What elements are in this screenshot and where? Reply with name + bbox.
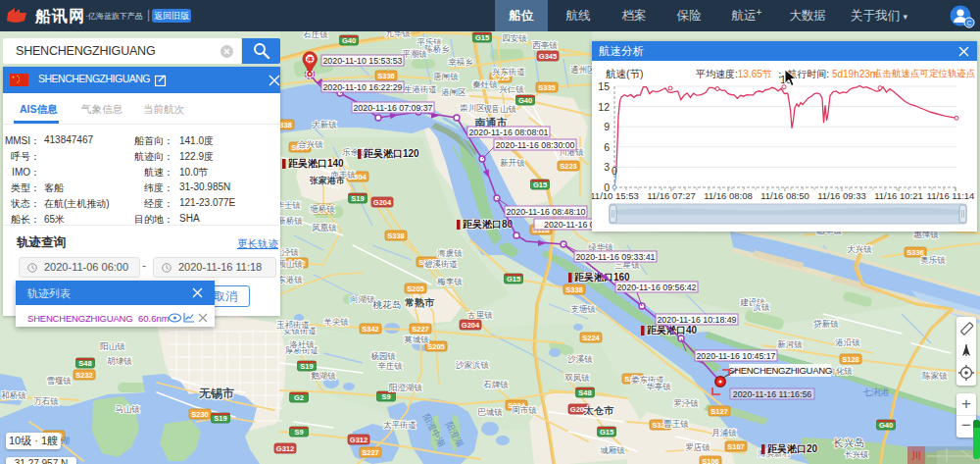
- svg-text:S128: S128: [842, 355, 859, 364]
- svg-text:2020-11-16 07:09:37: 2020-11-16 07:09:37: [353, 103, 432, 113]
- svg-text:G15: G15: [600, 428, 613, 437]
- svg-text:6: 6: [604, 141, 610, 153]
- svg-text:周市镇: 周市镇: [512, 405, 537, 415]
- svg-text:大新镇: 大新镇: [312, 120, 337, 129]
- svg-text:S9: S9: [294, 428, 303, 437]
- svg-text:玉祁街道: 玉祁街道: [276, 320, 310, 330]
- svg-text:11/16 08:08: 11/16 08:08: [704, 190, 752, 201]
- svg-text:阳澄湖镇: 阳澄湖镇: [389, 383, 423, 392]
- svg-text:S335: S335: [538, 83, 556, 92]
- svg-text:月浦镇: 月浦镇: [711, 428, 737, 438]
- svg-text:G40: G40: [879, 421, 893, 430]
- svg-text:凤凰镇: 凤凰镇: [312, 223, 337, 232]
- svg-text:G15: G15: [533, 180, 547, 189]
- svg-text:停: 停: [306, 56, 314, 64]
- svg-text:S48: S48: [78, 359, 91, 368]
- svg-text:陈家镇: 陈家镇: [922, 371, 948, 381]
- svg-text:G312: G312: [350, 436, 368, 444]
- svg-text:S205: S205: [407, 284, 424, 293]
- svg-text:港沿镇: 港沿镇: [835, 337, 860, 347]
- svg-text:港闸区: 港闸区: [441, 87, 466, 97]
- svg-text:无锡市: 无锡市: [198, 387, 234, 400]
- svg-text:兴东街道: 兴东街道: [492, 67, 525, 77]
- svg-text:常熟市: 常熟市: [405, 297, 435, 308]
- svg-text:S223: S223: [560, 162, 577, 171]
- svg-text:曹王镇: 曹王镇: [663, 419, 689, 429]
- svg-text:梅李镇: 梅李镇: [436, 277, 463, 286]
- svg-text:双凤镇: 双凤镇: [564, 373, 590, 383]
- svg-text:C: C: [966, 20, 971, 26]
- svg-text:S19: S19: [214, 414, 226, 423]
- svg-text:杨园镇: 杨园镇: [370, 351, 396, 361]
- svg-text:2020-11-16 08:08:01: 2020-11-16 08:08:01: [468, 128, 548, 137]
- svg-text:塘桥镇: 塘桥镇: [309, 204, 335, 214]
- svg-text:兴仁镇: 兴仁镇: [499, 84, 524, 94]
- svg-text:生港街道: 生港街道: [404, 84, 437, 94]
- svg-text:秦灶镇: 秦灶镇: [472, 79, 498, 89]
- svg-text:距吴淞口20: 距吴淞口20: [767, 443, 818, 454]
- svg-text:长兴岛: 长兴岛: [833, 437, 864, 448]
- svg-text:古里镇: 古里镇: [466, 310, 493, 320]
- svg-text:S336: S336: [377, 72, 395, 80]
- svg-text:和桥镇: 和桥镇: [1, 390, 26, 400]
- svg-text:11/16 09:33: 11/16 09:33: [817, 190, 865, 201]
- svg-text:石牌镇: 石牌镇: [483, 380, 509, 389]
- svg-text:鹅湖镇: 鹅湖镇: [311, 371, 336, 381]
- svg-text:S230: S230: [191, 410, 209, 419]
- svg-text:新开镇: 新开镇: [500, 158, 525, 168]
- svg-text:S224: S224: [582, 334, 600, 342]
- svg-text:观音山镇: 观音山镇: [483, 104, 517, 114]
- svg-text:11/16 08:50: 11/16 08:50: [760, 190, 808, 201]
- svg-text:2020-11-10 15:53:53: 2020-11-10 15:53:53: [322, 56, 402, 66]
- svg-text:阳山镇: 阳山镇: [100, 341, 125, 351]
- svg-text:陈桥乡: 陈桥乡: [424, 44, 450, 54]
- svg-text:2020-11-16 10:18:49: 2020-11-16 10:18:49: [657, 315, 736, 325]
- svg-text:S227: S227: [412, 325, 429, 334]
- svg-text:G15: G15: [507, 275, 520, 284]
- svg-text:海虞镇: 海虞镇: [437, 248, 463, 258]
- svg-text:S232: S232: [75, 371, 93, 380]
- svg-text:2020-11-16 09:56:42: 2020-11-16 09:56:42: [616, 283, 696, 292]
- svg-text:3: 3: [604, 161, 610, 173]
- svg-text:长兴镇: 长兴镇: [845, 450, 868, 459]
- svg-text:沙溪镇: 沙溪镇: [567, 354, 593, 364]
- svg-text:巴城镇: 巴城镇: [477, 407, 503, 417]
- svg-text:合兴镇: 合兴镇: [297, 139, 323, 149]
- svg-text:太仓市: 太仓市: [583, 405, 614, 416]
- svg-text:羊尖镇: 羊尖镇: [323, 317, 349, 327]
- svg-text:S9: S9: [381, 392, 390, 401]
- svg-text:幸福乡: 幸福乡: [448, 57, 473, 67]
- svg-text:2020-11-10 16:22:29: 2020-11-10 16:22:29: [322, 82, 402, 92]
- svg-text:G204: G204: [373, 198, 392, 207]
- svg-text:2020-11-16 08:30:00: 2020-11-16 08:30:00: [495, 140, 574, 150]
- svg-text:11/10 15:53: 11/10 15:53: [592, 190, 639, 201]
- svg-text:G15: G15: [475, 33, 489, 42]
- svg-text:雪堰镇: 雪堰镇: [46, 376, 72, 386]
- svg-text:向湖镇: 向湖镇: [350, 294, 375, 304]
- svg-text:9: 9: [604, 121, 610, 132]
- svg-text:SHENCHENGZHIGUANG: SHENCHENGZHIGUANG: [728, 365, 832, 376]
- svg-text:11/16 07:27: 11/16 07:27: [647, 190, 695, 201]
- svg-text:S338: S338: [565, 285, 583, 294]
- svg-text:G40: G40: [518, 96, 532, 105]
- svg-text:大兴镇: 大兴镇: [847, 244, 872, 254]
- svg-text:奥乐镇: 奥乐镇: [920, 255, 946, 265]
- svg-text:崇川区: 崇川区: [460, 103, 485, 113]
- svg-text:东港镇: 东港镇: [277, 275, 303, 284]
- svg-text:华亭镇: 华亭镇: [646, 382, 671, 391]
- svg-text:12: 12: [598, 101, 610, 113]
- svg-text:辛庄镇: 辛庄镇: [377, 361, 403, 371]
- svg-text:G40: G40: [342, 36, 356, 45]
- svg-text:城厢镇: 城厢镇: [599, 445, 625, 455]
- svg-text:桃花岛: 桃花岛: [372, 299, 402, 310]
- svg-text:顾山镇: 顾山镇: [276, 259, 303, 269]
- svg-text:2020-11-16 09:33:41: 2020-11-16 09:33:41: [575, 252, 655, 262]
- svg-text:新河镇: 新河镇: [777, 339, 803, 349]
- svg-text:距吴淞口120: 距吴淞口120: [364, 148, 419, 159]
- svg-text:S342: S342: [362, 325, 379, 334]
- svg-text:0: 0: [612, 165, 617, 177]
- svg-text:距吴淞口140: 距吴淞口140: [288, 158, 344, 169]
- svg-text:S338: S338: [387, 232, 405, 240]
- svg-text:15: 15: [598, 80, 610, 92]
- svg-text:S19: S19: [351, 194, 364, 203]
